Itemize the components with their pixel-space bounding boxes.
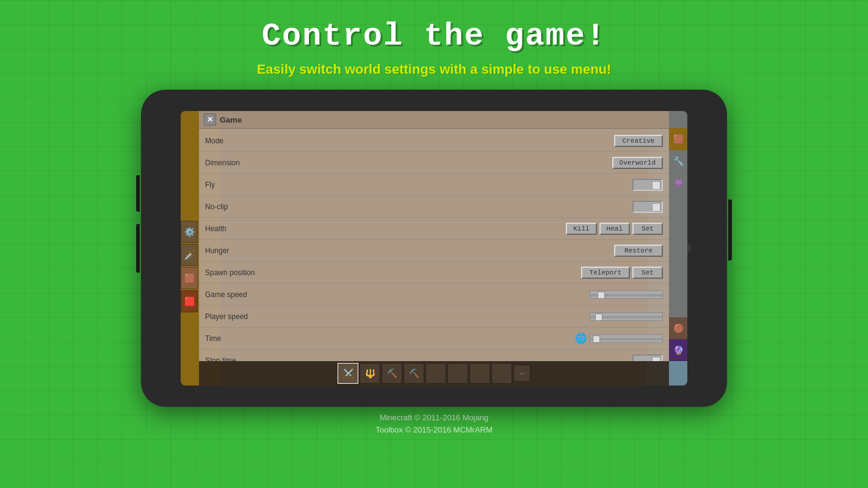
mode-controls: Creative xyxy=(614,135,663,147)
health-label: Health xyxy=(205,224,566,233)
sidebar-icon-block[interactable]: 🟫 xyxy=(181,267,198,289)
health-set-button[interactable]: Set xyxy=(632,223,663,235)
toolbar-slot-1[interactable]: ⚔️ xyxy=(338,363,358,384)
right-icon-tools[interactable]: 🔧 xyxy=(669,150,687,172)
time-controls: 🌐 xyxy=(575,332,663,344)
menu-row-stoptime: Stop time xyxy=(199,350,669,361)
stoptime-toggle[interactable] xyxy=(632,354,663,362)
health-controls: Kill Heal Set xyxy=(566,223,663,235)
menu-rows: Mode Creative Dimension Overworld Fly xyxy=(199,129,669,361)
noclip-label: No-clip xyxy=(205,203,632,211)
spawn-label: Spawn position xyxy=(205,268,581,277)
menu-row-hunger: Hunger Restore xyxy=(199,240,669,262)
spawn-set-button[interactable]: Set xyxy=(632,267,663,279)
menu-title: Game xyxy=(220,115,242,124)
toolbar-slot-2[interactable]: 🔱 xyxy=(360,363,380,384)
right-icon-face[interactable]: 👾 xyxy=(669,172,687,194)
close-button[interactable]: ✕ xyxy=(204,113,216,126)
right-icon-orb[interactable]: 🔮 xyxy=(669,339,687,361)
footer-line2: Toolbox © 2015-2016 MCMrARM xyxy=(375,424,493,436)
menu-row-playerspeed: Player speed xyxy=(199,306,669,328)
right-icon-block1[interactable]: 🟫 xyxy=(669,128,687,150)
menu-row-noclip: No-clip xyxy=(199,196,669,218)
menu-row-time: Time 🌐 xyxy=(199,328,669,350)
menu-row-health: Health Kill Heal Set xyxy=(199,218,669,240)
mode-label: Mode xyxy=(205,137,614,145)
gamespeed-controls xyxy=(590,290,663,299)
menu-row-gamespeed: Game speed xyxy=(199,284,669,306)
spawn-teleport-button[interactable]: Teleport xyxy=(581,267,630,279)
hunger-controls: Restore xyxy=(614,245,663,257)
menu-header: ✕ Game xyxy=(199,111,669,129)
page-title: Control the game! xyxy=(262,18,607,54)
power-button[interactable] xyxy=(728,199,732,260)
noclip-toggle-knob xyxy=(652,203,660,212)
fly-label: Fly xyxy=(205,181,632,189)
footer-line1: Minecraft © 2011-2016 Mojang xyxy=(375,412,493,424)
hunger-restore-button[interactable]: Restore xyxy=(614,245,663,257)
stoptime-controls xyxy=(632,354,663,362)
time-track xyxy=(590,338,662,340)
sidebar-icon-sword[interactable]: 🗡️ xyxy=(181,244,198,266)
volume-up-button[interactable] xyxy=(136,175,140,212)
gamespeed-slider[interactable] xyxy=(590,290,663,299)
phone-frame: ⚙️ 🗡️ 🟫 🟥 ✕ Game Mode Creative xyxy=(141,90,727,407)
page-subtitle: Easily switch world settings with a simp… xyxy=(257,62,612,77)
menu-row-spawn: Spawn position Teleport Set xyxy=(199,262,669,284)
toolbar-slot-7[interactable] xyxy=(469,363,490,384)
right-sidebar: 🟫 🔧 👾 🟤 🔮 xyxy=(669,111,687,361)
dimension-controls: Overworld xyxy=(612,157,663,169)
time-label: Time xyxy=(205,334,575,343)
playerspeed-handle xyxy=(595,314,602,321)
sidebar-icon-game[interactable]: ⚙️ xyxy=(181,221,198,243)
toolbar-slot-8[interactable] xyxy=(491,363,512,384)
health-kill-button[interactable]: Kill xyxy=(566,223,596,235)
game-menu-panel: ✕ Game Mode Creative Dimension Overworld xyxy=(199,111,669,361)
toolbar-slot-4[interactable]: ⛏️ xyxy=(403,363,424,384)
stoptime-toggle-knob xyxy=(652,357,660,362)
phone-screen: ⚙️ 🗡️ 🟫 🟥 ✕ Game Mode Creative xyxy=(181,111,687,386)
right-icon-block2[interactable]: 🟤 xyxy=(669,317,687,339)
menu-row-fly: Fly xyxy=(199,174,669,196)
spawn-controls: Teleport Set xyxy=(581,267,663,279)
mode-creative-button[interactable]: Creative xyxy=(614,135,663,147)
fly-toggle-knob xyxy=(652,181,660,190)
playerspeed-controls xyxy=(590,312,663,321)
footer: Minecraft © 2011-2016 Mojang Toolbox © 2… xyxy=(375,412,493,436)
stoptime-label: Stop time xyxy=(205,356,632,362)
toolbar-slot-5[interactable] xyxy=(425,363,446,384)
playerspeed-slider[interactable] xyxy=(590,312,663,321)
fly-controls xyxy=(632,179,663,191)
menu-row-mode: Mode Creative xyxy=(199,130,669,152)
dimension-button[interactable]: Overworld xyxy=(612,157,663,169)
sidebar-icon-block2[interactable]: 🟥 xyxy=(181,290,198,312)
health-heal-button[interactable]: Heal xyxy=(599,223,630,235)
toolbar-slot-3[interactable]: ⛏️ xyxy=(382,363,402,384)
noclip-toggle[interactable] xyxy=(632,201,663,213)
time-slider[interactable] xyxy=(590,334,663,343)
time-handle xyxy=(593,336,600,343)
volume-down-button[interactable] xyxy=(136,224,140,273)
fly-toggle[interactable] xyxy=(632,179,663,191)
dimension-label: Dimension xyxy=(205,159,612,167)
menu-row-dimension: Dimension Overworld xyxy=(199,152,669,174)
gamespeed-handle xyxy=(598,292,605,299)
hunger-label: Hunger xyxy=(205,246,614,255)
bottom-toolbar: ⚔️ 🔱 ⛏️ ⛏️ ··· xyxy=(199,361,669,386)
left-sidebar: ⚙️ 🗡️ 🟫 🟥 xyxy=(181,221,199,312)
playerspeed-label: Player speed xyxy=(205,312,590,321)
noclip-controls xyxy=(632,201,663,213)
gamespeed-label: Game speed xyxy=(205,290,590,299)
toolbar-slot-6[interactable] xyxy=(447,363,468,384)
clock-icon: 🌐 xyxy=(575,332,587,344)
toolbar-more-button[interactable]: ··· xyxy=(513,365,530,382)
